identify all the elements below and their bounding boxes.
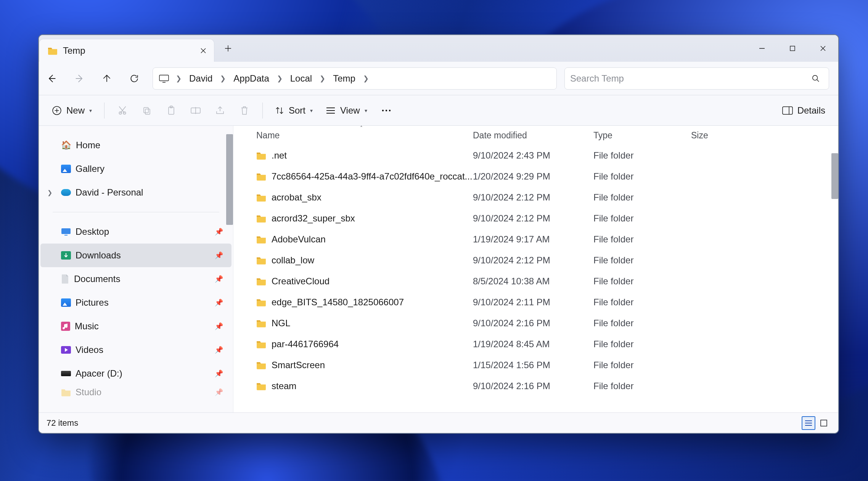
pin-icon[interactable]: 📌 bbox=[215, 388, 223, 396]
file-date: 1/15/2024 1:56 PM bbox=[473, 360, 593, 370]
pin-icon[interactable]: 📌 bbox=[215, 346, 223, 354]
view-button[interactable]: View ▾ bbox=[320, 101, 373, 120]
nav-label: Apacer (D:) bbox=[76, 368, 122, 379]
column-date[interactable]: Date modified bbox=[473, 130, 593, 141]
more-button[interactable] bbox=[375, 101, 398, 120]
file-row[interactable]: collab_low9/10/2024 2:12 PMFile folder bbox=[237, 250, 838, 271]
file-type: File folder bbox=[593, 171, 691, 182]
new-tab-button[interactable] bbox=[217, 35, 240, 62]
search-input[interactable] bbox=[570, 73, 808, 84]
back-button[interactable] bbox=[39, 66, 65, 91]
file-date: 9/10/2024 2:12 PM bbox=[473, 255, 593, 266]
view-label: View bbox=[340, 105, 360, 116]
this-pc-icon bbox=[158, 72, 170, 85]
svg-rect-14 bbox=[783, 107, 792, 114]
paste-button[interactable] bbox=[160, 101, 182, 120]
chevron-right-icon[interactable]: ❯ bbox=[47, 189, 52, 196]
pin-icon[interactable]: 📌 bbox=[215, 251, 223, 260]
file-row[interactable]: acrord32_super_sbx9/10/2024 2:12 PMFile … bbox=[237, 208, 838, 229]
breadcrumb-appdata[interactable]: AppData bbox=[231, 72, 271, 85]
search-box[interactable] bbox=[564, 67, 829, 90]
share-button[interactable] bbox=[209, 101, 231, 120]
chevron-right-icon[interactable]: ❯ bbox=[170, 74, 187, 83]
chevron-right-icon[interactable]: ❯ bbox=[358, 74, 374, 83]
pictures-icon bbox=[61, 298, 71, 307]
nav-music[interactable]: Music📌 bbox=[40, 314, 231, 338]
column-name[interactable]: Name bbox=[256, 130, 473, 141]
nav-videos[interactable]: Videos📌 bbox=[40, 338, 231, 362]
breadcrumb-david[interactable]: David bbox=[187, 72, 215, 85]
refresh-button[interactable] bbox=[121, 66, 147, 91]
chevron-right-icon[interactable]: ❯ bbox=[314, 74, 331, 83]
svg-point-13 bbox=[389, 109, 390, 111]
nav-apacer-d-[interactable]: Apacer (D:)📌 bbox=[40, 362, 231, 385]
close-window-button[interactable] bbox=[808, 35, 838, 62]
gallery-icon bbox=[61, 165, 71, 173]
home-icon: 🏠 bbox=[61, 140, 71, 150]
file-type: File folder bbox=[593, 381, 691, 391]
nav-desktop[interactable]: Desktop📌 bbox=[40, 220, 231, 244]
file-date: 8/5/2024 10:38 AM bbox=[473, 276, 593, 287]
file-date: 9/10/2024 2:16 PM bbox=[473, 381, 593, 391]
file-row[interactable]: CreativeCloud8/5/2024 10:38 AMFile folde… bbox=[237, 271, 838, 292]
pin-icon[interactable]: 📌 bbox=[215, 298, 223, 307]
maximize-button[interactable] bbox=[777, 35, 808, 62]
sort-button[interactable]: Sort ▾ bbox=[270, 101, 318, 120]
file-row[interactable]: acrobat_sbx9/10/2024 2:12 PMFile folder bbox=[237, 187, 838, 208]
pin-icon[interactable]: 📌 bbox=[215, 322, 223, 330]
pin-icon[interactable]: 📌 bbox=[215, 228, 223, 236]
nav-home[interactable]: 🏠 Home bbox=[40, 133, 231, 157]
chevron-right-icon[interactable]: ❯ bbox=[215, 74, 231, 83]
file-type: File folder bbox=[593, 339, 691, 350]
nav-gallery[interactable]: Gallery bbox=[40, 157, 231, 181]
tab-close-button[interactable] bbox=[195, 42, 212, 59]
nav-studio[interactable]: Studio📌 bbox=[40, 385, 231, 399]
breadcrumb-temp[interactable]: Temp bbox=[331, 72, 358, 85]
folder-icon bbox=[256, 172, 266, 181]
file-name: edge_BITS_14580_1825066007 bbox=[272, 297, 404, 308]
documents-icon bbox=[61, 274, 69, 284]
pin-icon[interactable]: 📌 bbox=[215, 275, 223, 283]
nav-documents[interactable]: Documents📌 bbox=[40, 267, 231, 291]
file-row[interactable]: .net9/10/2024 2:43 PMFile folder bbox=[237, 145, 838, 166]
file-row[interactable]: NGL9/10/2024 2:16 PMFile folder bbox=[237, 313, 838, 333]
svg-point-2 bbox=[813, 75, 818, 80]
search-icon[interactable] bbox=[808, 71, 823, 86]
file-row[interactable]: par-44617669641/19/2024 8:45 AMFile fold… bbox=[237, 333, 838, 354]
view-large-icon[interactable] bbox=[817, 416, 831, 430]
list-scrollbar[interactable] bbox=[831, 153, 838, 199]
file-row[interactable]: edge_BITS_14580_18250660079/10/2024 2:11… bbox=[237, 292, 838, 313]
nav-downloads[interactable]: Downloads📌 bbox=[40, 244, 231, 267]
nav-label: Documents bbox=[74, 274, 120, 284]
minimize-button[interactable] bbox=[747, 35, 777, 62]
cut-button[interactable] bbox=[111, 101, 133, 120]
column-size[interactable]: Size bbox=[691, 130, 756, 141]
breadcrumb-local[interactable]: Local bbox=[288, 72, 314, 85]
file-date: 1/19/2024 8:45 AM bbox=[473, 339, 593, 350]
new-button[interactable]: New ▾ bbox=[47, 101, 97, 120]
file-row[interactable]: AdobeVulcan1/19/2024 9:17 AMFile folder bbox=[237, 229, 838, 250]
file-row[interactable]: 7cc86564-425a-44a3-9ff4-a7c02fdf640e_roc… bbox=[237, 166, 838, 187]
details-pane-button[interactable]: Details bbox=[777, 101, 831, 120]
file-row[interactable]: SmartScreen1/15/2024 1:56 PMFile folder bbox=[237, 354, 838, 375]
file-row[interactable]: steam9/10/2024 2:16 PMFile folder bbox=[237, 375, 838, 396]
file-name: par-4461766964 bbox=[272, 339, 339, 350]
nav-onedrive[interactable]: ❯ David - Personal bbox=[40, 181, 231, 204]
delete-button[interactable] bbox=[233, 101, 256, 120]
forward-button[interactable] bbox=[66, 66, 92, 91]
file-type: File folder bbox=[593, 234, 691, 245]
folder-icon bbox=[256, 319, 266, 327]
file-date: 9/10/2024 2:43 PM bbox=[473, 150, 593, 161]
tab-temp[interactable]: Temp bbox=[39, 39, 214, 62]
rename-button[interactable] bbox=[185, 101, 207, 120]
pin-icon[interactable]: 📌 bbox=[215, 369, 223, 378]
music-icon bbox=[61, 322, 70, 331]
copy-button[interactable] bbox=[136, 101, 158, 120]
nav-pictures[interactable]: Pictures📌 bbox=[40, 291, 231, 314]
up-button[interactable] bbox=[94, 66, 120, 91]
chevron-right-icon[interactable]: ❯ bbox=[272, 74, 288, 83]
column-type[interactable]: Type bbox=[593, 130, 691, 141]
file-name: AdobeVulcan bbox=[272, 234, 326, 245]
view-details-icon[interactable] bbox=[802, 416, 815, 430]
address-bar[interactable]: ❯ David ❯ AppData ❯ Local ❯ Temp ❯ bbox=[153, 67, 557, 90]
